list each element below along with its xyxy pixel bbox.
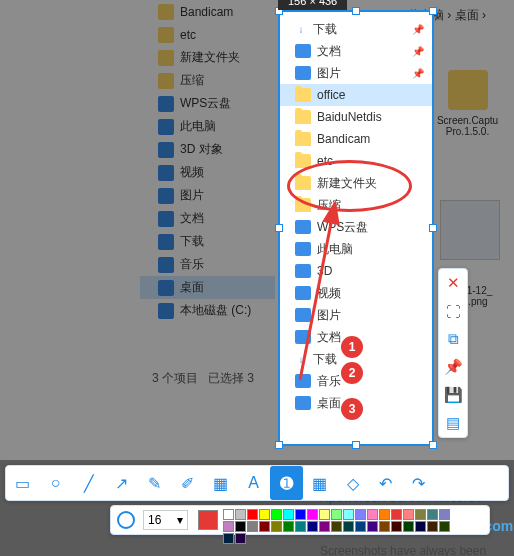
- color-swatch[interactable]: [223, 533, 234, 544]
- color-swatch[interactable]: [283, 521, 294, 532]
- color-swatch[interactable]: [367, 521, 378, 532]
- list-button[interactable]: ▤: [439, 409, 467, 437]
- pin-button[interactable]: 📌: [439, 353, 467, 381]
- color-swatch[interactable]: [319, 521, 330, 532]
- color-swatch[interactable]: [439, 509, 450, 520]
- color-swatch[interactable]: [331, 521, 342, 532]
- line-tool-button[interactable]: ╱: [72, 466, 105, 500]
- color-swatch[interactable]: [355, 521, 366, 532]
- bg-sidebar-item: etc: [140, 23, 275, 46]
- color-swatch[interactable]: [295, 521, 306, 532]
- color-swatch[interactable]: [307, 521, 318, 532]
- redo-tool-button[interactable]: ↷: [402, 466, 435, 500]
- resize-handle-ml[interactable]: [275, 224, 283, 232]
- color-swatch[interactable]: [283, 509, 294, 520]
- capture-list-item[interactable]: 新建文件夹: [280, 172, 432, 194]
- grid-select-tool-button[interactable]: ▦: [303, 466, 336, 500]
- sidebar-label: 压缩: [180, 72, 204, 89]
- number-marker-1[interactable]: 1: [341, 336, 363, 358]
- eraser-tool-button[interactable]: ◇: [336, 466, 369, 500]
- sidebar-label: 新建文件夹: [180, 49, 240, 66]
- color-swatch[interactable]: [439, 521, 450, 532]
- color-swatch[interactable]: [427, 521, 438, 532]
- text-tool-button[interactable]: A: [237, 466, 270, 500]
- color-swatch[interactable]: [355, 509, 366, 520]
- color-swatch[interactable]: [247, 521, 258, 532]
- capture-list-item[interactable]: 3D: [280, 260, 432, 282]
- list-item-label: office: [317, 88, 345, 102]
- color-swatch[interactable]: [235, 521, 246, 532]
- color-swatch[interactable]: [415, 521, 426, 532]
- copy-button[interactable]: ⧉: [439, 325, 467, 353]
- device-icon: [295, 264, 311, 278]
- rect-tool-button[interactable]: ▭: [6, 466, 39, 500]
- color-swatch[interactable]: [403, 509, 414, 520]
- number-marker-3[interactable]: 3: [341, 398, 363, 420]
- capture-list-item[interactable]: office: [280, 84, 432, 106]
- capture-list-item[interactable]: 文档📌: [280, 40, 432, 62]
- color-swatch[interactable]: [343, 521, 354, 532]
- color-swatch[interactable]: [271, 521, 282, 532]
- color-swatch[interactable]: [367, 509, 378, 520]
- sidebar-label: WPS云盘: [180, 95, 231, 112]
- sidebar-label: 桌面: [180, 279, 204, 296]
- color-swatch[interactable]: [379, 509, 390, 520]
- color-swatch[interactable]: [391, 521, 402, 532]
- color-swatch[interactable]: [319, 509, 330, 520]
- capture-list-item[interactable]: etc: [280, 150, 432, 172]
- number-marker-2[interactable]: 2: [341, 362, 363, 384]
- color-palette: [222, 508, 454, 532]
- capture-list-item[interactable]: BaiduNetdis: [280, 106, 432, 128]
- font-size-select[interactable]: 16 ▾: [143, 510, 188, 530]
- mosaic-tool-button[interactable]: ▦: [204, 466, 237, 500]
- capture-list-item[interactable]: 图片: [280, 304, 432, 326]
- color-swatch[interactable]: [415, 509, 426, 520]
- color-swatch[interactable]: [295, 509, 306, 520]
- capture-list-item[interactable]: 压缩: [280, 194, 432, 216]
- color-swatch[interactable]: [403, 521, 414, 532]
- ellipse-tool-button[interactable]: ○: [39, 466, 72, 500]
- thumbnail: [440, 200, 500, 260]
- numbered-tool-button[interactable]: ➊: [270, 466, 303, 500]
- brush-tool-button[interactable]: ✎: [138, 466, 171, 500]
- resize-handle-bl[interactable]: [275, 441, 283, 449]
- style-circle-button[interactable]: [117, 511, 135, 529]
- device-icon: [295, 66, 311, 80]
- fullscreen-button[interactable]: ⛶: [439, 297, 467, 325]
- capture-list-item[interactable]: WPS云盘: [280, 216, 432, 238]
- color-swatch[interactable]: [223, 509, 234, 520]
- undo-tool-button[interactable]: ↶: [369, 466, 402, 500]
- color-swatch[interactable]: [391, 509, 402, 520]
- color-swatch[interactable]: [271, 509, 282, 520]
- capture-list-item[interactable]: Bandicam: [280, 128, 432, 150]
- highlighter-tool-button[interactable]: ✐: [171, 466, 204, 500]
- color-swatch[interactable]: [247, 509, 258, 520]
- list-item-label: etc: [317, 154, 333, 168]
- resize-handle-br[interactable]: [429, 441, 437, 449]
- color-swatch[interactable]: [235, 533, 246, 544]
- capture-list-item[interactable]: 此电脑: [280, 238, 432, 260]
- close-button[interactable]: ✕: [439, 269, 467, 297]
- capture-list-item[interactable]: 视频: [280, 282, 432, 304]
- status-items: 3 个项目: [152, 371, 198, 385]
- color-swatch[interactable]: [223, 521, 234, 532]
- color-swatch[interactable]: [307, 509, 318, 520]
- resize-handle-tr[interactable]: [429, 7, 437, 15]
- color-swatch[interactable]: [427, 509, 438, 520]
- capture-list-item[interactable]: 图片📌: [280, 62, 432, 84]
- color-swatch[interactable]: [343, 509, 354, 520]
- device-icon: [158, 165, 174, 181]
- arrow-tool-button[interactable]: ↗: [105, 466, 138, 500]
- color-swatch[interactable]: [379, 521, 390, 532]
- resize-handle-bm[interactable]: [352, 441, 360, 449]
- color-swatch[interactable]: [331, 509, 342, 520]
- active-color-swatch[interactable]: [198, 510, 218, 530]
- color-swatch[interactable]: [235, 509, 246, 520]
- resize-handle-mr[interactable]: [429, 224, 437, 232]
- color-swatch[interactable]: [259, 521, 270, 532]
- color-swatch[interactable]: [259, 509, 270, 520]
- save-button[interactable]: 💾: [439, 381, 467, 409]
- folder-icon: [295, 154, 311, 168]
- resize-handle-tm[interactable]: [352, 7, 360, 15]
- capture-list-item[interactable]: ↓下载📌: [280, 18, 432, 40]
